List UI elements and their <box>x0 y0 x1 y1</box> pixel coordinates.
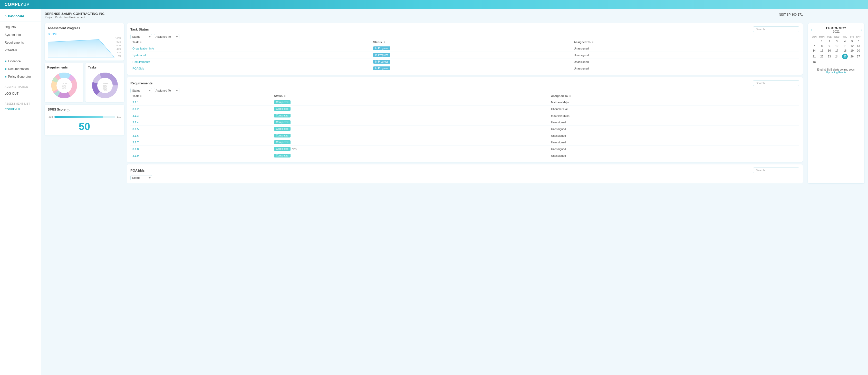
req-col-status[interactable]: Status ⇕ <box>272 93 549 99</box>
cal-day[interactable]: 10 <box>833 44 841 48</box>
table-row: POA&Ms In Progress Unassigned <box>130 65 799 72</box>
cal-day[interactable]: 9 <box>826 44 833 48</box>
assigned-cell: Unassigned <box>572 52 799 59</box>
cal-upcoming-link[interactable]: Upcoming Events <box>826 71 846 74</box>
col-task[interactable]: Task ⇕ <box>130 39 371 45</box>
poaams-search[interactable] <box>753 168 799 173</box>
sidebar-item-policy-generator[interactable]: ■ Policy Generator <box>0 73 41 80</box>
cal-day[interactable]: 14 <box>810 48 818 53</box>
requirements-pie-card: Requirements <box>45 63 84 102</box>
cal-day[interactable]: 1 <box>818 39 826 44</box>
pie-charts-row: Requirements <box>45 63 124 102</box>
cal-day[interactable]: 7 <box>810 44 818 48</box>
table-row: Requirements In Progress Unassigned <box>130 59 799 65</box>
sidebar-item-documentation[interactable]: ■ Documentation <box>0 65 41 73</box>
cal-day[interactable]: 3 <box>833 39 841 44</box>
req-task-link[interactable]: 3.1.6 <box>132 134 138 137</box>
table-row: 3.1.7 Completed Unassigned <box>130 139 799 146</box>
cal-day-header: SUN <box>810 35 818 39</box>
cal-day[interactable]: 22 <box>818 53 826 60</box>
requirements-search[interactable] <box>753 80 799 86</box>
sidebar-item-dashboard[interactable]: ⌂ Dashboard <box>0 12 41 20</box>
task-status-assigned-filter[interactable]: Assigned To Unassigned Matthew Majot <box>154 34 179 39</box>
col-assigned[interactable]: Assigned To ⇕ <box>572 39 799 45</box>
req-task-link[interactable]: 3.1.4 <box>132 121 138 124</box>
cal-day[interactable]: 28 <box>810 60 818 65</box>
cal-day[interactable]: 5 <box>849 39 855 44</box>
table-row: System Info In Progress Unassigned <box>130 52 799 59</box>
req-col-task[interactable]: Task ⇕ <box>130 93 272 99</box>
cal-day[interactable]: 11 <box>841 44 849 48</box>
cal-day[interactable]: 15 <box>818 48 826 53</box>
req-task-link[interactable]: 3.1.8 <box>132 147 138 150</box>
col-status[interactable]: Status ⇕ <box>371 39 572 45</box>
task-link[interactable]: Requirements <box>132 60 150 63</box>
cal-day[interactable]: 4 <box>841 39 849 44</box>
req-task-link[interactable]: 3.1.7 <box>132 141 138 144</box>
sidebar-item-requirements[interactable]: Requirements <box>0 39 41 46</box>
sidebar-item-poaams[interactable]: POA&Ms <box>0 46 41 54</box>
task-link[interactable]: POA&Ms <box>132 67 144 70</box>
home-icon: ⌂ <box>5 14 6 18</box>
cal-day[interactable]: 25 <box>841 53 849 60</box>
nist-label: NIST SP 800-171 <box>779 13 803 16</box>
cal-prev-button[interactable]: ‹ <box>810 28 812 32</box>
status-badge: Completed <box>274 127 290 131</box>
req-sort-icon-assigned: ⇕ <box>569 95 571 98</box>
requirements-status-filter[interactable]: Status Completed In Progress <box>130 88 152 93</box>
cal-day[interactable]: 18 <box>841 48 849 53</box>
cal-day[interactable]: 8 <box>818 44 826 48</box>
cal-day <box>818 60 826 65</box>
cal-day[interactable]: 17 <box>833 48 841 53</box>
req-task-link[interactable]: 3.1.9 <box>132 154 138 157</box>
cal-day[interactable]: 27 <box>855 53 862 60</box>
logo: COMPLYUP <box>5 2 30 7</box>
task-link[interactable]: Organization Info <box>132 47 154 50</box>
table-row: 3.1.9 Completed Unassigned <box>130 152 799 159</box>
req-task-link[interactable]: 3.1.1 <box>132 101 138 104</box>
task-status-filter[interactable]: Status In Progress Completed Not Started <box>130 34 152 39</box>
requirements-table: Task ⇕ Status ⇕ Assigned To ⇕ <box>130 93 799 159</box>
cal-month: FEBRUARY <box>826 26 846 30</box>
cal-day[interactable]: 2 <box>826 39 833 44</box>
req-task-link[interactable]: 3.1.2 <box>132 107 138 110</box>
req-task-link[interactable]: 3.1.3 <box>132 114 138 117</box>
cal-day[interactable]: 21 <box>810 53 818 60</box>
cal-day[interactable]: 16 <box>826 48 833 53</box>
tasks-pie-title: Tasks <box>88 66 122 69</box>
svg-text:80%: 80% <box>62 85 66 87</box>
main-content: DEFENSE &AMP; CONTRACTING INC. Project: … <box>41 9 868 375</box>
requirements-assigned-filter[interactable]: Assigned To Matthew Majot Chandler Hall … <box>154 88 179 93</box>
task-status-filters: Status In Progress Completed Not Started… <box>130 34 799 39</box>
cal-day[interactable]: 12 <box>849 44 855 48</box>
content-area: Assessment Progress 88.1% <box>45 23 864 183</box>
cal-day[interactable]: 6 <box>855 39 862 44</box>
sidebar-item-org-info[interactable]: Org Info <box>0 23 41 31</box>
cal-day[interactable]: 13 <box>855 44 862 48</box>
cal-day-header: THU <box>841 35 849 39</box>
task-status-search[interactable] <box>753 26 799 32</box>
cal-day-header: SAT <box>855 35 862 39</box>
sidebar-item-evidence[interactable]: ■ Evidence <box>0 58 41 65</box>
sprs-info-icon[interactable]: ⓘ <box>67 109 69 113</box>
sidebar-item-system-info[interactable]: System Info <box>0 31 41 39</box>
task-status-header: Task Status <box>130 26 799 32</box>
requirements-pie-title: Requirements <box>47 66 81 69</box>
sidebar-item-complyup[interactable]: COMPLYUP <box>0 107 41 112</box>
cal-next-button[interactable]: › <box>861 28 862 32</box>
req-col-assigned[interactable]: Assigned To ⇕ <box>549 93 799 99</box>
cal-today: 25 <box>842 54 848 59</box>
sidebar-item-logout[interactable]: LOG OUT <box>0 90 41 98</box>
cal-day[interactable]: 26 <box>849 53 855 60</box>
cal-day[interactable]: 24 <box>833 53 841 60</box>
cal-day[interactable]: 23 <box>826 53 833 60</box>
cal-day[interactable]: 19 <box>849 48 855 53</box>
req-task-link[interactable]: 3.1.5 <box>132 128 138 131</box>
sprs-bar <box>54 116 115 118</box>
sprs-score-value: 50 <box>48 121 121 132</box>
poaams-status-filter[interactable]: Status Completed In Progress <box>130 175 152 180</box>
policy-icon: ■ <box>5 75 6 78</box>
cal-day[interactable]: 20 <box>855 48 862 53</box>
requirements-section-header: Requirements <box>130 80 799 86</box>
task-link[interactable]: System Info <box>132 54 147 57</box>
